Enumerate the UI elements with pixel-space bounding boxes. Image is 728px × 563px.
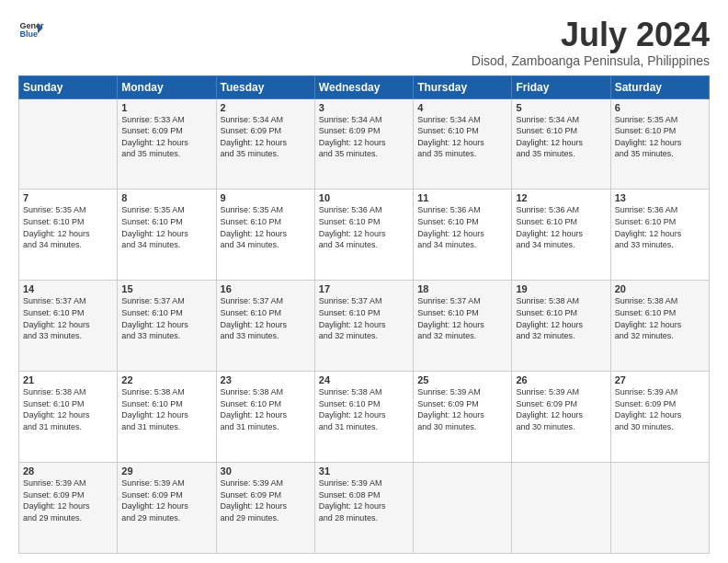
- col-sunday: Sunday: [19, 75, 118, 98]
- day-info: Sunrise: 5:38 AMSunset: 6:10 PMDaylight:…: [516, 295, 606, 341]
- day-info: Sunrise: 5:34 AMSunset: 6:10 PMDaylight:…: [516, 114, 606, 160]
- day-info: Sunrise: 5:39 AMSunset: 6:09 PMDaylight:…: [221, 477, 311, 523]
- day-number: 30: [221, 465, 311, 477]
- table-row: 21Sunrise: 5:38 AMSunset: 6:10 PMDayligh…: [19, 372, 118, 463]
- subtitle: Disod, Zamboanga Peninsula, Philippines: [472, 53, 710, 68]
- day-number: 12: [516, 192, 606, 203]
- calendar-week-row: 28Sunrise: 5:39 AMSunset: 6:09 PMDayligh…: [19, 463, 710, 554]
- col-thursday: Thursday: [414, 75, 512, 98]
- day-number: 4: [417, 102, 507, 113]
- day-info: Sunrise: 5:38 AMSunset: 6:10 PMDaylight:…: [615, 295, 705, 341]
- calendar-week-row: 1Sunrise: 5:33 AMSunset: 6:09 PMDaylight…: [19, 98, 710, 190]
- day-number: 1: [121, 102, 211, 113]
- day-info: Sunrise: 5:38 AMSunset: 6:10 PMDaylight:…: [121, 386, 211, 432]
- day-number: 18: [417, 283, 507, 294]
- table-row: 23Sunrise: 5:38 AMSunset: 6:10 PMDayligh…: [216, 372, 314, 463]
- table-row: 8Sunrise: 5:35 AMSunset: 6:10 PMDaylight…: [118, 190, 216, 281]
- table-row: 13Sunrise: 5:36 AMSunset: 6:10 PMDayligh…: [610, 190, 709, 281]
- calendar-week-row: 21Sunrise: 5:38 AMSunset: 6:10 PMDayligh…: [19, 372, 710, 463]
- day-number: 19: [516, 283, 606, 294]
- day-info: Sunrise: 5:39 AMSunset: 6:09 PMDaylight:…: [23, 477, 113, 523]
- day-number: 31: [319, 465, 409, 477]
- table-row: 6Sunrise: 5:35 AMSunset: 6:10 PMDaylight…: [610, 98, 709, 190]
- table-row: 25Sunrise: 5:39 AMSunset: 6:09 PMDayligh…: [414, 372, 512, 463]
- header: General Blue July 2024 Disod, Zamboanga …: [18, 17, 710, 68]
- day-number: 10: [319, 192, 409, 203]
- table-row: 2Sunrise: 5:34 AMSunset: 6:09 PMDaylight…: [216, 98, 314, 190]
- table-row: [610, 463, 709, 554]
- day-number: 25: [417, 374, 507, 385]
- table-row: 31Sunrise: 5:39 AMSunset: 6:08 PMDayligh…: [314, 463, 413, 554]
- table-row: 10Sunrise: 5:36 AMSunset: 6:10 PMDayligh…: [314, 190, 413, 281]
- table-row: 3Sunrise: 5:34 AMSunset: 6:09 PMDaylight…: [314, 98, 413, 190]
- logo: General Blue: [18, 17, 44, 42]
- table-row: 4Sunrise: 5:34 AMSunset: 6:10 PMDaylight…: [414, 98, 512, 190]
- table-row: 11Sunrise: 5:36 AMSunset: 6:10 PMDayligh…: [414, 190, 512, 281]
- day-info: Sunrise: 5:36 AMSunset: 6:10 PMDaylight:…: [516, 204, 606, 250]
- table-row: 18Sunrise: 5:37 AMSunset: 6:10 PMDayligh…: [414, 281, 512, 372]
- table-row: 22Sunrise: 5:38 AMSunset: 6:10 PMDayligh…: [118, 372, 216, 463]
- day-info: Sunrise: 5:39 AMSunset: 6:09 PMDaylight:…: [121, 477, 211, 523]
- day-number: 13: [615, 192, 705, 203]
- day-info: Sunrise: 5:38 AMSunset: 6:10 PMDaylight:…: [23, 386, 113, 432]
- table-row: 14Sunrise: 5:37 AMSunset: 6:10 PMDayligh…: [19, 281, 118, 372]
- day-number: 14: [23, 283, 113, 294]
- day-info: Sunrise: 5:37 AMSunset: 6:10 PMDaylight:…: [121, 295, 211, 341]
- day-info: Sunrise: 5:39 AMSunset: 6:09 PMDaylight:…: [615, 386, 705, 432]
- day-number: 3: [319, 102, 409, 113]
- table-row: 27Sunrise: 5:39 AMSunset: 6:09 PMDayligh…: [610, 372, 709, 463]
- day-info: Sunrise: 5:34 AMSunset: 6:10 PMDaylight:…: [417, 114, 507, 160]
- day-info: Sunrise: 5:35 AMSunset: 6:10 PMDaylight:…: [615, 114, 705, 160]
- day-info: Sunrise: 5:38 AMSunset: 6:10 PMDaylight:…: [221, 386, 311, 432]
- calendar-header-row: Sunday Monday Tuesday Wednesday Thursday…: [19, 75, 710, 98]
- day-number: 2: [221, 102, 311, 113]
- day-info: Sunrise: 5:38 AMSunset: 6:10 PMDaylight:…: [319, 386, 409, 432]
- day-number: 21: [23, 374, 113, 385]
- day-number: 7: [23, 192, 113, 203]
- day-number: 6: [615, 102, 705, 113]
- table-row: [19, 98, 118, 190]
- col-saturday: Saturday: [610, 75, 709, 98]
- day-number: 27: [615, 374, 705, 385]
- day-number: 26: [516, 374, 606, 385]
- day-info: Sunrise: 5:36 AMSunset: 6:10 PMDaylight:…: [615, 204, 705, 250]
- col-wednesday: Wednesday: [314, 75, 413, 98]
- main-title: July 2024: [472, 17, 710, 53]
- calendar-table: Sunday Monday Tuesday Wednesday Thursday…: [18, 75, 710, 554]
- day-info: Sunrise: 5:36 AMSunset: 6:10 PMDaylight:…: [417, 204, 507, 250]
- day-number: 8: [121, 192, 211, 203]
- day-number: 15: [121, 283, 211, 294]
- day-info: Sunrise: 5:37 AMSunset: 6:10 PMDaylight:…: [23, 295, 113, 341]
- table-row: 20Sunrise: 5:38 AMSunset: 6:10 PMDayligh…: [610, 281, 709, 372]
- table-row: [512, 463, 610, 554]
- day-info: Sunrise: 5:36 AMSunset: 6:10 PMDaylight:…: [319, 204, 409, 250]
- day-number: 23: [221, 374, 311, 385]
- day-number: 5: [516, 102, 606, 113]
- day-number: 22: [121, 374, 211, 385]
- day-info: Sunrise: 5:39 AMSunset: 6:09 PMDaylight:…: [516, 386, 606, 432]
- page: General Blue July 2024 Disod, Zamboanga …: [0, 0, 728, 563]
- calendar-week-row: 7Sunrise: 5:35 AMSunset: 6:10 PMDaylight…: [19, 190, 710, 281]
- day-number: 28: [23, 465, 113, 477]
- day-info: Sunrise: 5:37 AMSunset: 6:10 PMDaylight:…: [319, 295, 409, 341]
- table-row: 28Sunrise: 5:39 AMSunset: 6:09 PMDayligh…: [19, 463, 118, 554]
- svg-text:Blue: Blue: [19, 29, 38, 39]
- table-row: 9Sunrise: 5:35 AMSunset: 6:10 PMDaylight…: [216, 190, 314, 281]
- table-row: 30Sunrise: 5:39 AMSunset: 6:09 PMDayligh…: [216, 463, 314, 554]
- table-row: 5Sunrise: 5:34 AMSunset: 6:10 PMDaylight…: [512, 98, 610, 190]
- day-info: Sunrise: 5:35 AMSunset: 6:10 PMDaylight:…: [23, 204, 113, 250]
- day-info: Sunrise: 5:33 AMSunset: 6:09 PMDaylight:…: [121, 114, 211, 160]
- table-row: 24Sunrise: 5:38 AMSunset: 6:10 PMDayligh…: [314, 372, 413, 463]
- table-row: [414, 463, 512, 554]
- table-row: 12Sunrise: 5:36 AMSunset: 6:10 PMDayligh…: [512, 190, 610, 281]
- col-friday: Friday: [512, 75, 610, 98]
- title-area: July 2024 Disod, Zamboanga Peninsula, Ph…: [472, 17, 710, 68]
- day-info: Sunrise: 5:39 AMSunset: 6:09 PMDaylight:…: [417, 386, 507, 432]
- day-info: Sunrise: 5:35 AMSunset: 6:10 PMDaylight:…: [121, 204, 211, 250]
- day-info: Sunrise: 5:37 AMSunset: 6:10 PMDaylight:…: [417, 295, 507, 341]
- day-number: 20: [615, 283, 705, 294]
- day-number: 9: [221, 192, 311, 203]
- table-row: 7Sunrise: 5:35 AMSunset: 6:10 PMDaylight…: [19, 190, 118, 281]
- day-number: 11: [417, 192, 507, 203]
- logo-icon: General Blue: [18, 17, 44, 42]
